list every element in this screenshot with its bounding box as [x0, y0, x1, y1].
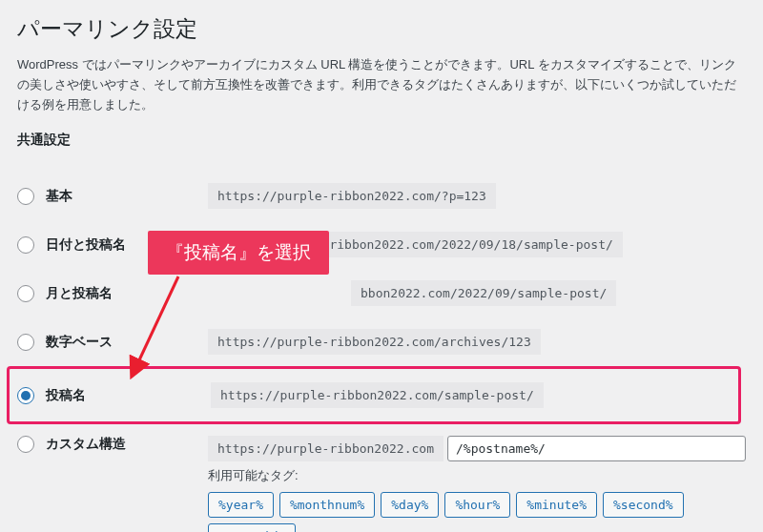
custom-prefix: https://purple-ribbon2022.com [208, 436, 443, 461]
custom-structure-input[interactable] [447, 436, 746, 461]
url-sample-post-name: https://purple-ribbon2022.com/sample-pos… [211, 382, 544, 408]
radio-icon [17, 188, 34, 205]
section-title: 共通設定 [17, 132, 746, 149]
annotation-callout: 『投稿名』を選択 [148, 231, 329, 275]
option-month-name[interactable]: 月と投稿名 bbon2022.com/2022/09/sample-post/ [17, 269, 746, 317]
tag-btn-post-id[interactable]: %post_id% [208, 523, 296, 532]
radio-text: 月と投稿名 [46, 285, 113, 302]
radio-label-month-name[interactable]: 月と投稿名 [17, 285, 208, 302]
tag-btn-second[interactable]: %second% [603, 492, 684, 518]
page-description: WordPress ではパーマリンクやアーカイブにカスタム URL 構造を使うこ… [17, 55, 746, 114]
url-sample-numeric: https://purple-ribbon2022.com/archives/1… [208, 329, 541, 355]
available-tags-label: 利用可能なタグ: [208, 467, 746, 484]
radio-text: 基本 [46, 188, 72, 205]
radio-icon [17, 285, 34, 302]
page-title: パーマリンク設定 [17, 14, 746, 44]
radio-text: 投稿名 [46, 387, 86, 404]
radio-text: 日付と投稿名 [46, 236, 126, 254]
radio-icon-checked [17, 387, 34, 404]
tag-btn-year[interactable]: %year% [208, 492, 274, 518]
radio-label-numeric[interactable]: 数字ベース [17, 334, 208, 351]
url-sample-month-name: bbon2022.com/2022/09/sample-post/ [351, 280, 616, 306]
tag-btn-day[interactable]: %day% [381, 492, 439, 518]
option-date-name[interactable]: 日付と投稿名 https://purple-ribbon2022.com/202… [17, 220, 746, 269]
url-sample-basic: https://purple-ribbon2022.com/?p=123 [208, 183, 496, 209]
radio-label-custom[interactable]: カスタム構造 [17, 436, 208, 453]
radio-icon [17, 236, 34, 254]
radio-icon [17, 436, 34, 453]
tag-btn-minute[interactable]: %minute% [516, 492, 597, 518]
tag-btn-monthnum[interactable]: %monthnum% [279, 492, 375, 518]
option-numeric[interactable]: 数字ベース https://purple-ribbon2022.com/arch… [17, 317, 746, 366]
tag-btn-hour[interactable]: %hour% [444, 492, 510, 518]
radio-text: カスタム構造 [46, 436, 126, 453]
radio-icon [17, 334, 34, 351]
option-post-name[interactable]: 投稿名 https://purple-ribbon2022.com/sample… [7, 366, 741, 424]
option-basic[interactable]: 基本 https://purple-ribbon2022.com/?p=123 [17, 172, 746, 220]
tag-buttons-row: %year% %monthnum% %day% %hour% %minute% … [208, 492, 746, 532]
radio-text: 数字ベース [46, 334, 113, 351]
radio-label-post-name[interactable]: 投稿名 [17, 387, 211, 404]
option-custom[interactable]: カスタム構造 https://purple-ribbon2022.com 利用可… [17, 424, 746, 532]
radio-label-basic[interactable]: 基本 [17, 188, 208, 205]
